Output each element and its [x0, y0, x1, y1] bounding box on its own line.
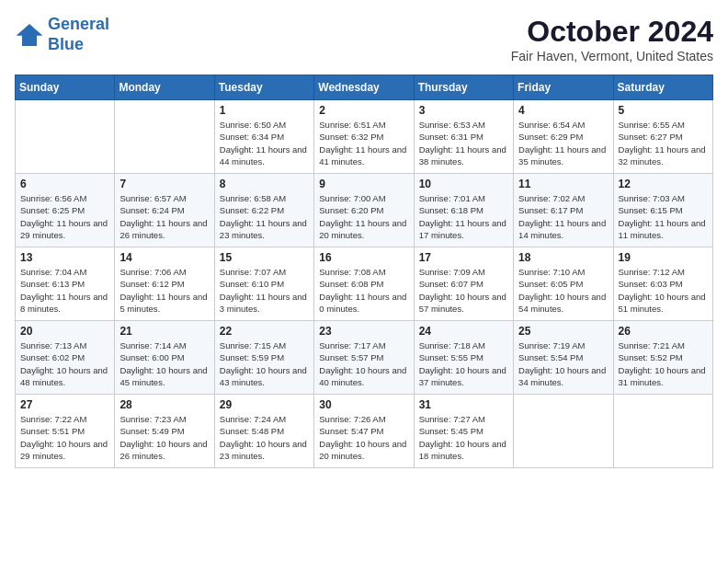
day-number: 2 — [319, 104, 408, 117]
day-number: 9 — [319, 178, 408, 190]
day-number: 18 — [518, 251, 608, 264]
calendar-cell: 21Sunrise: 7:14 AMSunset: 6:00 PMDayligh… — [115, 321, 214, 395]
day-number: 11 — [518, 178, 608, 190]
calendar-week-row: 27Sunrise: 7:22 AMSunset: 5:51 PMDayligh… — [16, 395, 713, 468]
day-number: 7 — [119, 178, 209, 190]
day-info: Sunrise: 7:13 AMSunset: 6:02 PMDaylight:… — [20, 339, 109, 388]
day-number: 17 — [419, 251, 508, 264]
calendar-cell: 28Sunrise: 7:23 AMSunset: 5:49 PMDayligh… — [115, 395, 214, 468]
day-info: Sunrise: 7:21 AMSunset: 5:52 PMDaylight:… — [619, 339, 708, 388]
page-header: GeneralBlue October 2024 Fair Haven, Ver… — [15, 15, 713, 63]
day-info: Sunrise: 6:56 AMSunset: 6:25 PMDaylight:… — [20, 192, 109, 241]
day-info: Sunrise: 7:03 AMSunset: 6:15 PMDaylight:… — [619, 192, 708, 241]
day-number: 31 — [419, 398, 508, 411]
calendar-cell — [16, 100, 115, 174]
weekday-header: Wednesday — [314, 75, 414, 100]
calendar-cell: 17Sunrise: 7:09 AMSunset: 6:07 PMDayligh… — [414, 247, 513, 321]
day-info: Sunrise: 6:51 AMSunset: 6:32 PMDaylight:… — [319, 119, 408, 167]
day-number: 19 — [619, 251, 708, 264]
calendar-cell: 19Sunrise: 7:12 AMSunset: 6:03 PMDayligh… — [613, 247, 712, 321]
day-info: Sunrise: 7:14 AMSunset: 6:00 PMDaylight:… — [119, 339, 209, 388]
day-info: Sunrise: 7:18 AMSunset: 5:55 PMDaylight:… — [419, 339, 508, 388]
calendar-week-row: 6Sunrise: 6:56 AMSunset: 6:25 PMDaylight… — [16, 174, 713, 247]
day-info: Sunrise: 7:17 AMSunset: 5:57 PMDaylight:… — [319, 339, 408, 388]
day-number: 21 — [119, 325, 209, 338]
calendar-cell: 15Sunrise: 7:07 AMSunset: 6:10 PMDayligh… — [214, 247, 313, 321]
day-number: 20 — [20, 325, 109, 338]
weekday-header: Saturday — [613, 75, 712, 100]
day-info: Sunrise: 7:24 AMSunset: 5:48 PMDaylight:… — [220, 413, 309, 462]
calendar-week-row: 13Sunrise: 7:04 AMSunset: 6:13 PMDayligh… — [16, 247, 713, 321]
day-number: 13 — [20, 251, 109, 264]
day-info: Sunrise: 6:58 AMSunset: 6:22 PMDaylight:… — [220, 192, 309, 241]
location: Fair Haven, Vermont, United States — [511, 49, 713, 63]
month-title: October 2024 — [511, 15, 713, 49]
logo-text: GeneralBlue — [48, 15, 109, 54]
day-number: 22 — [220, 325, 309, 338]
weekday-header: Thursday — [414, 75, 513, 100]
day-info: Sunrise: 6:57 AMSunset: 6:24 PMDaylight:… — [119, 192, 209, 241]
calendar-cell: 23Sunrise: 7:17 AMSunset: 5:57 PMDayligh… — [314, 321, 414, 395]
day-number: 24 — [419, 325, 508, 338]
title-block: October 2024 Fair Haven, Vermont, United… — [511, 15, 713, 63]
day-number: 8 — [220, 178, 309, 190]
calendar-cell: 2Sunrise: 6:51 AMSunset: 6:32 PMDaylight… — [314, 100, 414, 174]
day-number: 3 — [419, 104, 508, 117]
calendar-cell: 27Sunrise: 7:22 AMSunset: 5:51 PMDayligh… — [16, 395, 115, 468]
day-info: Sunrise: 7:10 AMSunset: 6:05 PMDaylight:… — [518, 266, 608, 315]
day-info: Sunrise: 6:53 AMSunset: 6:31 PMDaylight:… — [419, 119, 508, 167]
day-info: Sunrise: 7:19 AMSunset: 5:54 PMDaylight:… — [518, 339, 608, 388]
calendar-cell: 22Sunrise: 7:15 AMSunset: 5:59 PMDayligh… — [214, 321, 313, 395]
calendar-cell: 24Sunrise: 7:18 AMSunset: 5:55 PMDayligh… — [414, 321, 513, 395]
day-info: Sunrise: 6:50 AMSunset: 6:34 PMDaylight:… — [220, 119, 309, 167]
day-info: Sunrise: 7:02 AMSunset: 6:17 PMDaylight:… — [518, 192, 608, 241]
calendar-cell: 11Sunrise: 7:02 AMSunset: 6:17 PMDayligh… — [514, 174, 613, 247]
logo-icon — [15, 22, 44, 48]
weekday-header: Friday — [514, 75, 613, 100]
calendar-cell: 26Sunrise: 7:21 AMSunset: 5:52 PMDayligh… — [613, 321, 712, 395]
calendar-cell — [115, 100, 214, 174]
day-info: Sunrise: 7:01 AMSunset: 6:18 PMDaylight:… — [419, 192, 508, 241]
calendar-table: SundayMondayTuesdayWednesdayThursdayFrid… — [15, 75, 713, 468]
day-info: Sunrise: 7:04 AMSunset: 6:13 PMDaylight:… — [20, 266, 109, 315]
day-number: 23 — [319, 325, 408, 338]
day-number: 4 — [518, 104, 608, 117]
calendar-cell — [514, 395, 613, 468]
calendar-cell: 1Sunrise: 6:50 AMSunset: 6:34 PMDaylight… — [214, 100, 313, 174]
day-number: 16 — [319, 251, 408, 264]
svg-marker-0 — [17, 24, 43, 46]
logo: GeneralBlue — [15, 15, 109, 54]
calendar-cell: 12Sunrise: 7:03 AMSunset: 6:15 PMDayligh… — [613, 174, 712, 247]
day-number: 29 — [220, 398, 309, 411]
calendar-cell: 25Sunrise: 7:19 AMSunset: 5:54 PMDayligh… — [514, 321, 613, 395]
calendar-cell: 14Sunrise: 7:06 AMSunset: 6:12 PMDayligh… — [115, 247, 214, 321]
day-info: Sunrise: 6:55 AMSunset: 6:27 PMDaylight:… — [619, 119, 708, 167]
calendar-cell: 5Sunrise: 6:55 AMSunset: 6:27 PMDaylight… — [613, 100, 712, 174]
calendar-week-row: 1Sunrise: 6:50 AMSunset: 6:34 PMDaylight… — [16, 100, 713, 174]
calendar-cell: 3Sunrise: 6:53 AMSunset: 6:31 PMDaylight… — [414, 100, 513, 174]
calendar-cell: 8Sunrise: 6:58 AMSunset: 6:22 PMDaylight… — [214, 174, 313, 247]
day-info: Sunrise: 7:07 AMSunset: 6:10 PMDaylight:… — [220, 266, 309, 315]
day-number: 28 — [119, 398, 209, 411]
calendar-cell: 16Sunrise: 7:08 AMSunset: 6:08 PMDayligh… — [314, 247, 414, 321]
calendar-cell: 20Sunrise: 7:13 AMSunset: 6:02 PMDayligh… — [16, 321, 115, 395]
calendar-cell: 13Sunrise: 7:04 AMSunset: 6:13 PMDayligh… — [16, 247, 115, 321]
day-info: Sunrise: 7:09 AMSunset: 6:07 PMDaylight:… — [419, 266, 508, 315]
weekday-header: Monday — [115, 75, 214, 100]
calendar-cell — [613, 395, 712, 468]
day-number: 30 — [319, 398, 408, 411]
day-info: Sunrise: 7:15 AMSunset: 5:59 PMDaylight:… — [220, 339, 309, 388]
weekday-header: Sunday — [16, 75, 115, 100]
day-number: 14 — [119, 251, 209, 264]
day-number: 6 — [20, 178, 109, 190]
day-number: 12 — [619, 178, 708, 190]
day-number: 27 — [20, 398, 109, 411]
calendar-cell: 10Sunrise: 7:01 AMSunset: 6:18 PMDayligh… — [414, 174, 513, 247]
calendar-cell: 30Sunrise: 7:26 AMSunset: 5:47 PMDayligh… — [314, 395, 414, 468]
day-number: 26 — [619, 325, 708, 338]
day-info: Sunrise: 6:54 AMSunset: 6:29 PMDaylight:… — [518, 119, 608, 167]
day-info: Sunrise: 7:08 AMSunset: 6:08 PMDaylight:… — [319, 266, 408, 315]
day-info: Sunrise: 7:22 AMSunset: 5:51 PMDaylight:… — [20, 413, 109, 462]
day-info: Sunrise: 7:26 AMSunset: 5:47 PMDaylight:… — [319, 413, 408, 462]
day-number: 5 — [619, 104, 708, 117]
